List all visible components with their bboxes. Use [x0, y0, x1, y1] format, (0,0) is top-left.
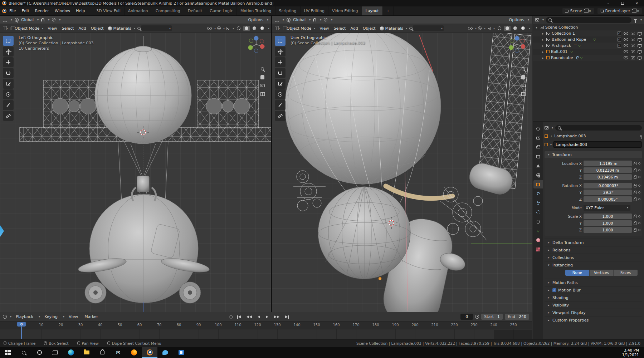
outliner-row-roundcube[interactable]: ▸ Roundcube ▽ [533, 55, 644, 61]
menu-keying[interactable]: Keying [42, 314, 60, 319]
tab-particles[interactable] [533, 199, 543, 207]
options-dropdown[interactable]: Options [509, 18, 524, 22]
section-visibility[interactable]: ▸Visibility [545, 301, 642, 309]
disclosure-icon[interactable]: ▸ [541, 50, 545, 54]
animate-dot[interactable] [638, 229, 640, 231]
viewport-visibility-icon[interactable] [638, 57, 642, 59]
section-relations[interactable]: ▸Relations [545, 246, 642, 254]
jump-to-end-button[interactable] [284, 315, 290, 319]
lock-icon[interactable] [634, 192, 636, 194]
view-layer-selector[interactable]: RenderLayer ✕ [597, 8, 642, 14]
disclosure-icon[interactable]: ▸ [541, 44, 545, 48]
play-reverse-button[interactable] [256, 315, 262, 319]
hide-eye-icon[interactable] [624, 56, 628, 59]
outliner-row-scene-collection[interactable]: ▾ Scene Collection [533, 24, 644, 30]
timeline-ruler[interactable]: 0 10 20 30 40 50 60 70 80 90 100 110 120… [0, 322, 532, 329]
tool-scale[interactable] [3, 79, 14, 89]
gizmo-y-axis[interactable] [509, 45, 514, 50]
navigation-gizmo[interactable] [246, 34, 266, 54]
close-button[interactable]: ✕ [630, 0, 644, 6]
viewport-visibility-icon[interactable] [638, 44, 642, 47]
disclosure-icon[interactable]: ▾ [535, 26, 538, 29]
overlays-icon[interactable] [226, 27, 230, 30]
tool-select-box[interactable] [275, 36, 286, 46]
menu-file[interactable]: File [6, 6, 19, 15]
animate-dot[interactable] [638, 162, 640, 165]
menu-view[interactable]: View [317, 26, 331, 31]
section-delta-transform[interactable]: ▸Delta Transform [545, 239, 642, 246]
tool-cursor[interactable] [275, 46, 286, 57]
proportional-editing-icon[interactable] [52, 18, 55, 21]
transform-panel-header[interactable]: ▾ Transform [545, 151, 642, 158]
outliner-row-balloon-and-rope[interactable]: ▸ Balloon and Rope ▽ ✓ [533, 36, 644, 43]
remove-view-layer-icon[interactable]: ✕ [636, 9, 639, 13]
vp-right-3d-scene[interactable] [272, 33, 532, 312]
animate-dot[interactable] [638, 215, 640, 217]
tool-scale[interactable] [275, 79, 286, 89]
section-collections[interactable]: ▸Collections [545, 254, 642, 261]
tool-select-box[interactable] [3, 36, 14, 46]
location-y-field[interactable]: 0.012304 m [584, 167, 632, 173]
gizmo-y-axis[interactable] [248, 45, 253, 50]
shading-solid-button[interactable] [504, 26, 511, 31]
hide-eye-icon[interactable] [624, 44, 628, 47]
tab-tool[interactable] [533, 124, 543, 133]
section-custom-properties[interactable]: ▸Custom Properties [545, 316, 642, 324]
visibility-icon[interactable] [468, 27, 473, 30]
editor-type-icon[interactable] [535, 18, 539, 21]
breadcrumb-object-name[interactable]: Lampshade.003 [554, 134, 586, 138]
shading-wireframe-button[interactable] [235, 26, 242, 31]
tab-output[interactable] [533, 143, 543, 151]
lock-icon[interactable] [634, 170, 636, 172]
basket-model[interactable] [137, 176, 149, 192]
tab-material[interactable] [533, 236, 543, 244]
tab-modifiers[interactable] [533, 190, 543, 198]
tool-rotate[interactable] [275, 68, 286, 78]
new-scene-icon[interactable] [584, 9, 587, 13]
options-dropdown[interactable]: Options [248, 18, 263, 22]
active-tool-icon[interactable] [3, 18, 7, 21]
outliner-row-bolt-001[interactable]: ▸ Bolt.001 ▽ [533, 49, 644, 55]
snap-magnet-icon[interactable] [313, 18, 316, 21]
tool-cursor[interactable] [3, 46, 14, 57]
editor-type-icon[interactable] [545, 126, 548, 129]
rotation-mode-dropdown[interactable]: XYZ Euler▾ [584, 205, 630, 211]
menu-help[interactable]: Help [73, 6, 88, 15]
instancing-none-button[interactable]: None [565, 270, 590, 276]
hide-eye-icon[interactable] [624, 38, 628, 41]
editor-type-icon[interactable] [3, 315, 7, 319]
outliner-search-input[interactable] [553, 18, 629, 22]
instancing-faces-button[interactable]: Faces [614, 270, 638, 276]
end-frame-field[interactable]: End240 [505, 314, 529, 320]
gizmo-x-axis[interactable] [260, 44, 265, 49]
menu-edit[interactable]: Edit [19, 6, 32, 15]
properties-search[interactable] [555, 125, 642, 131]
gizmo-x-axis[interactable] [521, 44, 526, 49]
location-z-field[interactable]: 0.19496 m [584, 174, 632, 180]
viewport-visibility-icon[interactable] [638, 38, 642, 41]
filter-icon[interactable] [634, 19, 637, 21]
tool-transform[interactable] [3, 89, 14, 99]
tab-constraints[interactable] [533, 217, 543, 226]
gear-cluster-left[interactable] [293, 171, 326, 211]
lampshade-sphere-model[interactable] [318, 187, 410, 279]
vp-left-3d-scene[interactable] [0, 33, 271, 312]
animate-dot[interactable] [638, 222, 640, 224]
animate-dot[interactable] [638, 185, 640, 187]
tab-motion-tracking[interactable]: Motion Tracking [237, 6, 275, 15]
auto-keying-button[interactable] [229, 315, 233, 319]
overlays-icon[interactable] [487, 27, 491, 30]
navigation-gizmo[interactable] [507, 34, 527, 54]
tool-transform[interactable] [275, 89, 286, 99]
transform-orientation-dropdown[interactable]: Global [293, 18, 306, 22]
menu-object[interactable]: Object [361, 26, 378, 31]
render-visibility-icon[interactable] [631, 50, 635, 53]
tab-3d-view-full[interactable]: 3D View Full [93, 6, 124, 15]
file-explorer-button[interactable] [79, 347, 94, 358]
materials-menu[interactable]: Materials▾ [106, 26, 137, 31]
tab-scene[interactable] [533, 162, 543, 170]
gizmos-icon[interactable] [478, 26, 482, 30]
location-x-field[interactable]: -1.1195 m [584, 161, 632, 166]
camera-view-icon[interactable] [521, 84, 526, 87]
shading-material-button[interactable] [512, 26, 518, 31]
